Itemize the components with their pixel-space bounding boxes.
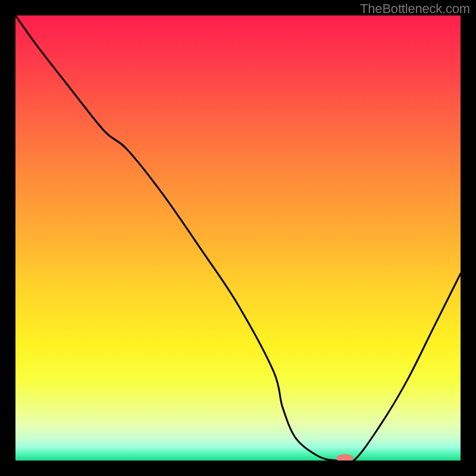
plot-area [15,15,461,461]
watermark-text: TheBottleneck.com [360,1,470,17]
optimum-marker [337,454,353,461]
bottleneck-curve [15,15,461,461]
chart-overlay-svg [15,15,461,461]
chart-frame: TheBottleneck.com [0,0,476,476]
